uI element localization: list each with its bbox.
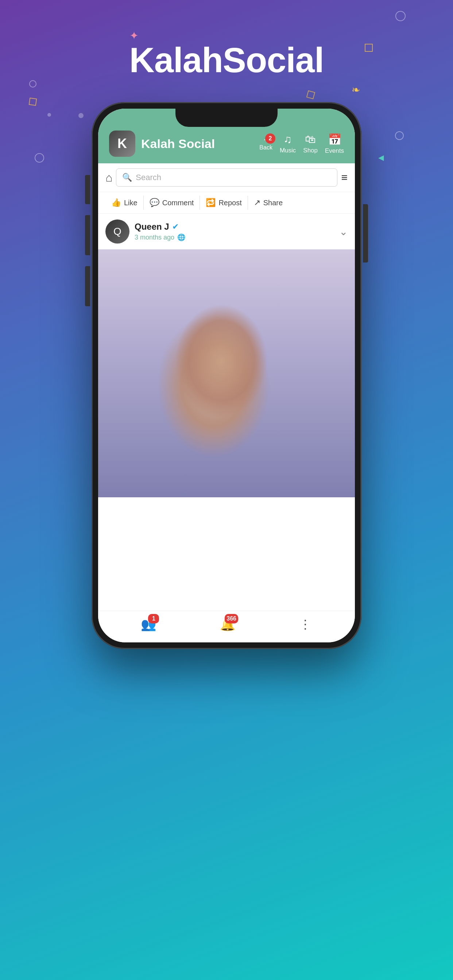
app-title: KalahSocial — [129, 40, 324, 80]
deco-dot-3 — [48, 113, 51, 117]
comment-icon: 💬 — [150, 198, 160, 207]
phone-notch — [175, 109, 278, 127]
friends-nav-button[interactable]: 👥 1 — [141, 617, 156, 632]
phone-frame: K Kalah Social ← Back 2 ♫ Music — [91, 102, 362, 649]
search-placeholder-text: Search — [136, 173, 161, 182]
notifications-nav-button[interactable]: 🔔 366 — [220, 617, 235, 632]
post-time: 3 months ago — [135, 234, 174, 241]
app-logo: K — [109, 130, 135, 157]
deco-dot-1 — [78, 113, 83, 118]
comment-button[interactable]: 💬 Comment — [144, 196, 200, 210]
search-bar[interactable]: 🔍 Search — [116, 169, 337, 187]
post-username: Queen J — [135, 222, 169, 232]
deco-square-1 — [365, 44, 373, 52]
back-button[interactable]: ← Back 2 — [259, 136, 273, 151]
phone-device: K Kalah Social ← Back 2 ♫ Music — [91, 102, 362, 649]
shop-button[interactable]: 🛍 Shop — [303, 133, 318, 154]
deco-circle-2 — [29, 80, 37, 88]
post-expand-button[interactable]: ⌄ — [339, 226, 348, 238]
like-icon: 👍 — [111, 198, 121, 207]
shop-label: Shop — [303, 147, 318, 154]
avatar-initial: Q — [113, 226, 121, 237]
deco-zigzag-1: ❧ — [352, 84, 360, 96]
deco-circle-4 — [35, 153, 44, 162]
more-nav-button[interactable]: ⋮ — [299, 617, 312, 632]
repost-button[interactable]: 🔁 Repost — [200, 196, 248, 210]
bottom-nav: 👥 1 🔔 366 ⋮ — [98, 611, 355, 643]
deco-tri-2: ◀ — [378, 153, 384, 162]
shop-icon: 🛍 — [305, 133, 316, 145]
app-name-label: Kalah Social — [141, 137, 254, 151]
comment-label: Comment — [162, 199, 194, 207]
side-button-3 — [85, 266, 90, 306]
music-label: Music — [280, 147, 296, 154]
events-button[interactable]: 📅 Events — [325, 133, 344, 154]
deco-square-2 — [29, 98, 37, 106]
share-icon: ↗ — [254, 198, 260, 207]
events-label: Events — [325, 147, 344, 154]
friends-badge: 1 — [148, 614, 159, 624]
share-label: Share — [263, 199, 283, 207]
nav-icons: ← Back 2 ♫ Music 🛍 Shop — [259, 133, 344, 154]
search-icon: 🔍 — [122, 173, 132, 182]
post-user-info: Queen J ✔ 3 months ago 🌐 — [135, 222, 334, 241]
deco-square-3 — [306, 91, 315, 99]
post-globe-icon: 🌐 — [177, 233, 185, 241]
music-icon: ♫ — [284, 133, 292, 145]
side-button-right — [363, 204, 368, 262]
post-header: Q Queen J ✔ 3 months ago 🌐 — [98, 214, 355, 250]
back-label: Back — [259, 145, 273, 151]
post-container: Q Queen J ✔ 3 months ago 🌐 — [98, 214, 355, 611]
action-bar: 👍 Like 💬 Comment 🔁 Repost ↗ Share — [98, 192, 355, 214]
more-icon: ⋮ — [299, 617, 312, 632]
toolbar: ⌂ 🔍 Search ≡ — [98, 163, 355, 192]
post-time-row: 3 months ago 🌐 — [135, 233, 334, 241]
music-button[interactable]: ♫ Music — [280, 133, 296, 154]
post-image — [98, 250, 355, 497]
like-button[interactable]: 👍 Like — [105, 196, 144, 210]
deco-circle-3 — [395, 131, 404, 140]
background: ✦ ❧ ▲ ◀ KalahSocial K Kalah Social — [0, 0, 453, 980]
notifications-badge: 366 — [225, 614, 238, 624]
like-label: Like — [124, 199, 137, 207]
post-username-row: Queen J ✔ — [135, 222, 334, 232]
share-button[interactable]: ↗ Share — [248, 196, 289, 210]
repost-icon: 🔁 — [206, 198, 215, 207]
side-button-1 — [85, 175, 90, 204]
verified-badge: ✔ — [172, 222, 179, 232]
side-button-2 — [85, 215, 90, 255]
home-button[interactable]: ⌂ — [105, 171, 112, 185]
events-icon: 📅 — [328, 133, 341, 146]
post-avatar: Q — [105, 220, 129, 243]
deco-circle-1 — [396, 11, 405, 21]
menu-button[interactable]: ≡ — [341, 171, 348, 184]
post-photo-simulation — [98, 250, 355, 497]
phone-screen: K Kalah Social ← Back 2 ♫ Music — [98, 109, 355, 643]
back-badge: 2 — [265, 134, 275, 144]
repost-label: Repost — [219, 199, 241, 207]
